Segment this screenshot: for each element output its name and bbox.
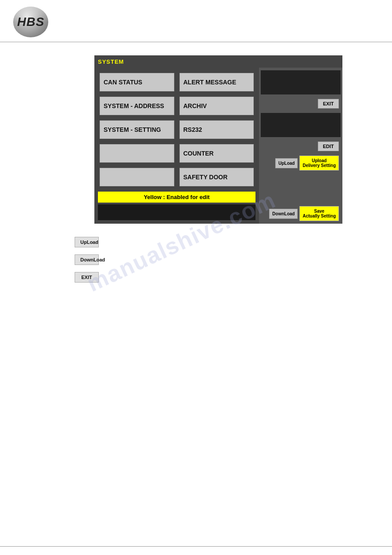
main-content: SYSTEM CAN STATUS ALERT MESSAGE SYSTEM -… xyxy=(0,42,392,283)
exit-row: EXIT xyxy=(261,99,341,109)
footer xyxy=(0,546,392,555)
menu-btn-can-status[interactable]: CAN STATUS xyxy=(100,73,174,91)
standalone-exit-button[interactable]: EXIT xyxy=(75,272,99,283)
menu-btn-system-setting[interactable]: SYSTEM - SETTING xyxy=(100,120,174,139)
dark-bar xyxy=(98,204,255,220)
menu-btn-empty-left-5 xyxy=(100,168,174,186)
menu-btn-counter[interactable]: COUNTER xyxy=(180,144,254,163)
menu-btn-empty-left-4 xyxy=(100,144,174,163)
edit-button[interactable]: EDIT xyxy=(318,141,339,151)
upload-button[interactable]: UpLoad xyxy=(275,158,298,168)
standalone-download-button[interactable]: DownLoad xyxy=(75,254,99,265)
standalone-buttons: UpLoad DownLoad EXIT xyxy=(75,237,379,283)
download-line1: Save xyxy=(302,209,336,214)
panel-inner: SYSTEM CAN STATUS ALERT MESSAGE SYSTEM -… xyxy=(94,55,342,224)
menu-btn-system-address[interactable]: SYSTEM - ADDRESS xyxy=(100,97,174,115)
controls-spacer xyxy=(261,173,341,203)
download-row: DownLoad Save Actually Setting xyxy=(261,206,341,221)
system-panel: SYSTEM CAN STATUS ALERT MESSAGE SYSTEM -… xyxy=(94,55,342,224)
controls-section: EXIT EDIT UpLoad Upload Delivery Setting xyxy=(259,68,342,224)
dark-mid-area xyxy=(261,113,341,137)
menu-btn-alert-message[interactable]: ALERT MESSAGE xyxy=(180,73,254,91)
menu-grid: CAN STATUS ALERT MESSAGE SYSTEM - ADDRES… xyxy=(96,69,257,190)
upload-row: UpLoad Upload Delivery Setting xyxy=(261,156,341,170)
header: HBS xyxy=(0,0,392,42)
standalone-upload-button[interactable]: UpLoad xyxy=(75,237,99,247)
system-title: SYSTEM xyxy=(98,58,124,65)
upload-line1: Upload xyxy=(302,158,336,163)
logo-text: HBS xyxy=(17,15,44,29)
download-save-btn[interactable]: Save Actually Setting xyxy=(299,206,339,221)
dark-top-area xyxy=(261,70,341,94)
upload-line2: Delivery Setting xyxy=(302,163,336,168)
upload-delivery-btn[interactable]: Upload Delivery Setting xyxy=(299,156,339,170)
edit-row: EDIT xyxy=(261,141,341,151)
panel-main-row: CAN STATUS ALERT MESSAGE SYSTEM - ADDRES… xyxy=(94,68,342,224)
yellow-bar: Yellow : Enabled for edit xyxy=(98,192,255,203)
download-line2: Actually Setting xyxy=(302,214,336,218)
menu-section: CAN STATUS ALERT MESSAGE SYSTEM - ADDRES… xyxy=(94,68,259,224)
logo-circle: HBS xyxy=(13,7,48,37)
download-button[interactable]: DownLoad xyxy=(269,209,298,219)
logo: HBS xyxy=(13,7,48,37)
panel-header: SYSTEM xyxy=(94,55,342,68)
exit-button[interactable]: EXIT xyxy=(318,99,339,109)
menu-btn-archiv[interactable]: ARCHIV xyxy=(180,97,254,115)
menu-btn-rs232[interactable]: RS232 xyxy=(180,120,254,139)
menu-btn-safety-door[interactable]: SAFETY DOOR xyxy=(180,168,254,186)
